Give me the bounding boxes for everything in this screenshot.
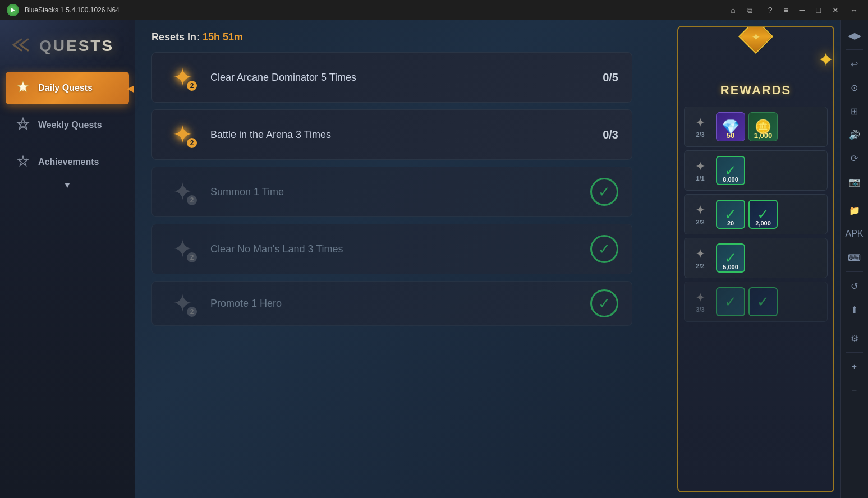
reward-star-fraction: 3/3 [696,306,704,313]
reward-coin-box: 🪙 1,000 [748,112,778,141]
reward-stars: ✦ 3/3 [689,290,711,313]
bs-separator [846,196,863,196]
quest-star-number: 2 [187,195,197,205]
sidebar-item-achievements[interactable]: Achievements [6,146,129,178]
rewards-star-icon: ✦ [751,30,761,44]
bs-refresh-icon[interactable]: ↺ [844,275,865,297]
quest-item-completed[interactable]: ✦ 2 Promote 1 Hero ✓ [151,281,632,326]
check-icon: ✓ [757,293,769,311]
quest-star-number: 2 [187,138,197,148]
reward-row: ✦ 2/2 ✓ 20 ✓ 2,000 [684,194,828,234]
window-icon[interactable]: ⧉ [743,4,756,16]
check-value: 5,000 [723,264,738,270]
achievements-expand-icon[interactable]: ▼ [6,181,129,190]
reward-row-partial: ✦ 3/3 ✓ ✓ [684,282,828,322]
resets-label: Resets In: [151,31,200,43]
quest-list: ✦ 2 Clear Arcane Dominator 5 Times 0/5 ✦… [151,52,632,326]
check-value: 20 [727,220,734,227]
reward-check-box: ✓ 5,000 [716,243,745,273]
bs-separator [846,352,863,353]
bs-apk-icon[interactable]: APK [844,223,865,245]
page-title: QUESTS [39,37,114,55]
reward-items: 💎 50 🪙 1,000 [716,112,823,141]
bs-settings-icon[interactable]: ⚙ [844,328,865,349]
reward-items: ✓ ✓ [716,287,823,316]
bs-separator [846,324,863,324]
daily-quests-label: Daily Quests [38,83,93,93]
bs-keyboard-icon[interactable]: ⌨ [844,247,865,268]
reward-star-fraction: 2/3 [696,131,704,138]
bs-folder-icon[interactable]: 📁 [844,200,865,221]
bs-apps-icon[interactable]: ⊞ [844,100,865,122]
reward-stars: ✦ 2/2 [689,203,711,225]
bs-upload-icon[interactable]: ⬆ [844,299,865,320]
quest-name: Summon 1 Time [210,186,579,198]
quest-progress: 0/5 [603,71,618,84]
reward-stars: ✦ 1/1 [689,159,711,182]
quest-star-container: ✦ 2 [166,287,199,320]
quest-item-completed[interactable]: ✦ 2 Clear No Man's Land 3 Times ✓ [151,224,632,274]
reward-gem-box: 💎 50 [716,112,745,141]
corner-star-icon: ✦ [818,48,834,72]
quest-item-completed[interactable]: ✦ 2 Summon 1 Time ✓ [151,167,632,217]
quest-star-number: 2 [187,307,197,317]
quest-complete-check: ✓ [590,178,618,206]
reward-row: ✦ 2/3 💎 50 🪙 1,000 [684,107,828,147]
home-icon[interactable]: ⌂ [727,4,738,16]
quest-name: Promote 1 Hero [210,298,579,310]
quest-star-container: ✦ 2 [166,118,199,151]
reward-check-alt-box: ✓ [748,287,778,316]
bs-volume-icon[interactable]: 🔊 [844,124,865,145]
bs-home-bs-icon[interactable]: ⊙ [844,77,865,98]
bs-expand-icon[interactable]: ◀▶ [844,25,865,46]
back-button[interactable] [11,38,31,54]
quest-name: Battle in the Arena 3 Times [210,129,591,141]
bs-zoom-out-icon[interactable]: − [844,380,865,401]
reward-items: ✓ 8,000 [716,156,823,185]
reward-check-alt-box: ✓ 2,000 [748,200,778,229]
quest-item[interactable]: ✦ 2 Clear Arcane Dominator 5 Times 0/5 [151,52,632,103]
sidebar-item-daily-quests[interactable]: Daily Quests [6,72,129,104]
sidebar-item-weekly-quests[interactable]: Weekly Quests [6,109,129,141]
help-icon[interactable]: ? [765,4,776,16]
reward-stars: ✦ 2/2 [689,247,711,269]
main-content: QUESTS Daily Quests [0,20,868,498]
reward-star-fraction: 1/1 [696,175,704,182]
achievements-icon [15,154,31,170]
expand-icon[interactable]: ↔ [847,4,861,16]
weekly-quest-icon [15,117,31,133]
nav-items: Daily Quests Weekly Quests [0,72,135,190]
sidebar: QUESTS Daily Quests [0,20,135,498]
quest-name: Clear No Man's Land 3 Times [210,243,579,255]
title-bar-text: BlueStacks 1 5.4.100.1026 N64 [25,6,120,14]
minimize-icon[interactable]: ─ [796,4,809,16]
reward-stars: ✦ 2/3 [689,116,711,138]
reward-items: ✓ 20 ✓ 2,000 [716,200,823,229]
bs-screenshot-icon[interactable]: 📷 [844,171,865,192]
quest-star-container: ✦ 2 [166,175,199,209]
bluestacks-sidebar: ◀▶ ↩ ⊙ ⊞ 🔊 ⟳ 📷 📁 APK ⌨ ↺ ⬆ ⚙ + − [840,20,868,498]
weekly-quests-label: Weekly Quests [38,120,102,130]
bs-back-icon[interactable]: ↩ [844,53,865,75]
reward-check-box: ✓ 20 [716,200,745,229]
reward-star-fraction: 2/2 [696,262,704,269]
reward-star-fraction: 2/2 [696,219,704,225]
reward-check-box: ✓ 8,000 [716,156,745,185]
title-bar: BlueStacks 1 5.4.100.1026 N64 ⌂ ⧉ ? ≡ ─ … [0,0,868,20]
quest-content-area: Resets In: 15h 51m ✦ 2 Clear Arcane Domi… [135,20,649,498]
svg-marker-6 [19,156,27,165]
bluestacks-logo [7,4,19,16]
quest-complete-check: ✓ [590,235,618,263]
rewards-list: ✦ 2/3 💎 50 🪙 1,000 ✦ [678,103,833,325]
bs-separator [846,49,863,50]
check-icon: ✓ [724,293,737,311]
menu-icon[interactable]: ≡ [780,4,791,16]
quest-item[interactable]: ✦ 2 Battle in the Arena 3 Times 0/3 [151,109,632,160]
maximize-icon[interactable]: □ [813,4,824,16]
quest-complete-check: ✓ [590,289,618,317]
bs-rotate-icon[interactable]: ⟳ [844,147,865,169]
bs-zoom-in-icon[interactable]: + [844,356,865,377]
rewards-title: REWARDS [678,61,833,103]
close-icon[interactable]: ✕ [829,4,842,16]
quest-progress: 0/3 [603,128,618,141]
